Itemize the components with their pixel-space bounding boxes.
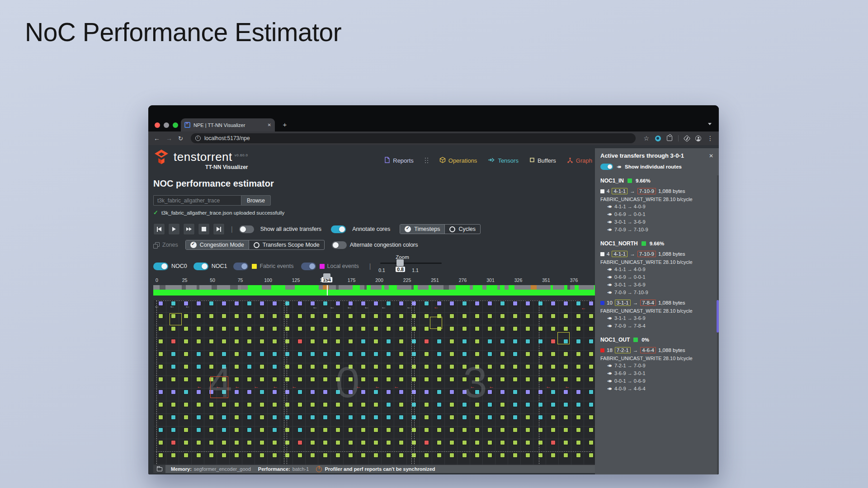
tab-close-icon[interactable] xyxy=(268,122,271,127)
timeline-scrubber-handle[interactable] xyxy=(323,273,330,279)
nav-item-buffers[interactable]: Buffers xyxy=(529,157,556,164)
zoom-slider-handle[interactable] xyxy=(396,259,404,266)
congestion-segment xyxy=(339,285,345,290)
noc0-toggle[interactable] xyxy=(153,263,168,270)
noc1-toggle[interactable] xyxy=(193,263,208,270)
core-badge xyxy=(171,377,175,381)
nav-item-graph[interactable]: Graph xyxy=(567,157,592,164)
transfer-item[interactable]: 44-1-1→7-10-91,088 bytesFABRIC_UNICAST_W… xyxy=(600,251,713,296)
transfer-count: 10 xyxy=(607,300,613,305)
core-badge xyxy=(285,365,289,369)
reload-button[interactable] xyxy=(178,135,183,141)
zoom-window-button[interactable] xyxy=(173,122,178,128)
core-grid[interactable]: 403←←←←←←←←←←←←←←←←←←←←←←←← xyxy=(153,300,595,465)
group-utilization: 9.66% xyxy=(636,178,651,183)
browse-button[interactable]: Browse xyxy=(241,195,271,206)
panel-scrollbar-thumb[interactable] xyxy=(717,300,719,333)
transfers-scope-option[interactable]: Transfers Scope Mode xyxy=(249,240,324,249)
core-badge xyxy=(488,441,492,445)
core-badge xyxy=(475,301,479,305)
play-button[interactable] xyxy=(168,223,180,235)
core-badge xyxy=(564,365,568,369)
core-badge xyxy=(273,377,277,381)
core-badge xyxy=(273,441,277,445)
congestion-mode-option[interactable]: Congestion Mode xyxy=(186,240,249,249)
stop-button[interactable] xyxy=(198,223,210,235)
core-badge xyxy=(209,415,213,419)
fabric-events-toggle[interactable] xyxy=(233,263,248,270)
address-bar[interactable]: localhost:5173/npe xyxy=(191,133,636,143)
fast-forward-button[interactable] xyxy=(183,223,195,235)
core-badge xyxy=(159,365,163,369)
zoom-slider-track[interactable] xyxy=(380,263,442,264)
group-status-swatch xyxy=(627,178,632,183)
extension-icon[interactable] xyxy=(655,136,661,141)
route-arrow-icon xyxy=(607,219,612,225)
arrow-icon: → xyxy=(633,300,638,305)
core-badge xyxy=(311,441,315,445)
core-badge xyxy=(222,428,226,432)
core-badge xyxy=(260,352,264,356)
nav-drag-handle[interactable] xyxy=(425,158,428,164)
transfer-item[interactable]: 187-2-1→4-6-41,088 bytesFABRIC_UNICAST_W… xyxy=(600,347,713,392)
timeline-congestion-bar[interactable] xyxy=(153,285,595,296)
bookmark-star-icon[interactable] xyxy=(643,135,649,141)
core-badge xyxy=(387,339,391,343)
open-report-folder-button[interactable] xyxy=(153,465,165,473)
tab-search-chevron-icon[interactable] xyxy=(706,121,713,128)
congestion-segment xyxy=(364,285,367,290)
forward-button[interactable] xyxy=(166,135,172,141)
transfer-item[interactable]: 103-1-1→7-8-41,088 bytesFABRIC_UNICAST_W… xyxy=(600,300,713,329)
core-badge xyxy=(171,441,175,445)
transfer-item[interactable]: 44-1-1→7-10-91,088 bytesFABRIC_UNICAST_W… xyxy=(600,188,713,233)
show-routes-toggle[interactable] xyxy=(600,164,613,170)
core-badge xyxy=(526,352,530,356)
core-badge xyxy=(513,390,517,394)
skip-start-button[interactable] xyxy=(153,223,165,235)
core-badge xyxy=(576,339,580,343)
timeline-cursor[interactable] xyxy=(327,285,328,296)
highlighted-core-outline xyxy=(210,376,228,398)
annotate-cores-toggle[interactable] xyxy=(331,225,346,233)
zones-button[interactable]: Zones xyxy=(153,242,178,248)
back-button[interactable] xyxy=(154,135,160,141)
core-badge xyxy=(349,314,353,318)
core-badge xyxy=(273,327,277,331)
core-badge xyxy=(475,327,479,331)
site-info-icon[interactable] xyxy=(195,136,201,141)
core-badge xyxy=(500,314,505,318)
core-badge xyxy=(475,453,479,457)
route-text: 7-0-9 → 7-8-4 xyxy=(614,323,645,328)
browser-tab[interactable]: NPE | TT-NN Visualizer xyxy=(181,118,275,131)
core-badge xyxy=(564,403,568,407)
show-all-transfers-toggle[interactable] xyxy=(239,225,254,233)
close-window-button[interactable] xyxy=(155,122,160,128)
dev-extension-icon[interactable] xyxy=(684,135,691,142)
trace-file-input[interactable] xyxy=(153,195,241,206)
skip-end-button[interactable] xyxy=(213,223,225,235)
local-events-toggle[interactable] xyxy=(301,263,316,270)
noc1-label: NOC1 xyxy=(212,263,227,269)
cycles-option[interactable]: Cycles xyxy=(444,225,480,234)
congestion-segment xyxy=(586,285,591,290)
nav-item-operations[interactable]: Operations xyxy=(439,157,477,164)
panel-close-icon[interactable] xyxy=(709,153,713,159)
profile-icon[interactable] xyxy=(695,136,701,141)
core-badge xyxy=(235,339,239,343)
group-header: NOC1_IN9.66% xyxy=(600,178,713,184)
timeline-tick: 25 xyxy=(182,277,188,283)
core-badge xyxy=(235,403,239,407)
new-tab-button[interactable] xyxy=(280,120,289,129)
nav-item-reports[interactable]: Reports xyxy=(384,157,414,164)
core-badge xyxy=(349,339,353,343)
timesteps-option[interactable]: Timesteps xyxy=(400,225,444,234)
minimize-window-button[interactable] xyxy=(164,122,169,128)
core-badge xyxy=(159,428,163,432)
core-badge xyxy=(551,428,555,432)
zones-icon xyxy=(153,242,159,248)
transfer-arrow-icon: ← xyxy=(489,384,494,389)
nav-item-tensors[interactable]: Tensors xyxy=(488,157,519,164)
alternate-colors-toggle[interactable] xyxy=(332,241,347,249)
extensions-puzzle-icon[interactable] xyxy=(667,136,672,141)
browser-menu-icon[interactable] xyxy=(707,135,713,141)
